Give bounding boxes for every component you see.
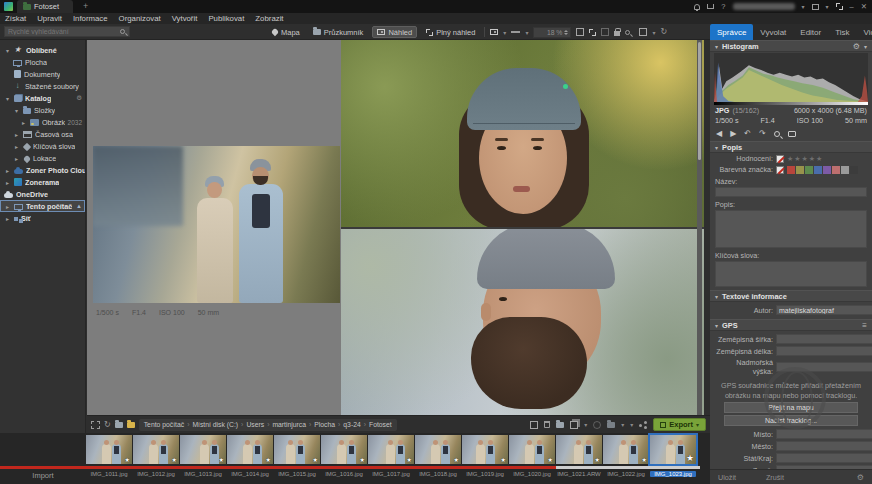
city-input[interactable] [776, 441, 872, 451]
export-dropdown-icon[interactable]: ▾ [696, 421, 699, 428]
notifications-icon[interactable] [694, 4, 700, 10]
import-button[interactable]: Import [0, 471, 86, 483]
full-preview-button[interactable]: Plný náhled [422, 26, 479, 38]
delete-icon[interactable] [544, 421, 550, 428]
document-tab-fotoset[interactable]: Fotoset [17, 0, 73, 13]
close-button[interactable]: ✕ [861, 0, 867, 13]
expander-icon[interactable]: ▸ [13, 143, 20, 150]
folder-up-icon[interactable] [115, 422, 123, 428]
menu-organizovat[interactable]: Organizovat [119, 14, 161, 23]
expander-icon[interactable]: ▾ [13, 107, 20, 114]
filename[interactable]: IMG_1015.jpg [274, 471, 320, 477]
crumb-disk-c[interactable]: Místní disk (C:) [192, 421, 238, 428]
sidebar-item-tento-pocitac[interactable]: ▸ Tento počítač ▲ [0, 200, 85, 212]
thumbnail-img-1015[interactable]: ★ [274, 435, 320, 464]
search-icon[interactable] [120, 29, 125, 34]
crumb-user[interactable]: martinjurca [272, 421, 306, 428]
crop-preview-icon[interactable] [639, 28, 647, 36]
filename[interactable]: IMG_1020.jpg [509, 471, 555, 477]
sidebar-item-onedrive[interactable]: OneDrive [0, 188, 85, 200]
move-to-folder-icon[interactable] [556, 422, 564, 428]
filename[interactable]: IMG_1011.jpg [86, 471, 132, 477]
thumbnail-img-1014[interactable]: ★ [227, 435, 273, 464]
histogram-header[interactable]: ▾ Histogram ⚙ ▾ [710, 40, 872, 52]
menu-upravit[interactable]: Upravit [37, 14, 62, 23]
rating-stars[interactable]: ★★★★★ [787, 155, 823, 163]
cancel-button[interactable]: Zrušit [766, 473, 784, 482]
preview-photo-man[interactable] [341, 229, 704, 415]
minimize-button[interactable]: – [850, 0, 854, 13]
eject-icon[interactable]: ▲ [76, 203, 82, 209]
menu-informace[interactable]: Informace [73, 14, 108, 23]
crumb-fotoset[interactable]: Fotoset [369, 421, 392, 428]
one-to-one-icon[interactable] [576, 28, 584, 36]
thumb-size-dropdown-icon[interactable]: ▾ [525, 29, 528, 36]
save-button[interactable]: Uložit [718, 473, 736, 482]
search-input[interactable] [5, 28, 120, 35]
menu-zobrazit[interactable]: Zobrazit [255, 14, 283, 23]
crop-dropdown-icon[interactable]: ▾ [652, 29, 655, 36]
refresh-icon[interactable]: ↻ [104, 421, 111, 429]
crumb-users[interactable]: Users [246, 421, 264, 428]
expander-icon[interactable]: ▸ [13, 131, 20, 138]
loupe-icon[interactable] [774, 131, 780, 137]
latitude-input[interactable] [776, 334, 872, 344]
grid-view-icon[interactable] [601, 28, 609, 36]
gps-menu-icon[interactable]: ≡ [862, 321, 867, 330]
catalog-gear-icon[interactable]: ⚙ [76, 94, 82, 102]
thumbnail-img-1018[interactable]: ★ [415, 435, 461, 464]
sidebar-item-casova-osa[interactable]: ▸ Časová osa [0, 128, 85, 140]
fit-to-window-icon[interactable] [589, 29, 596, 36]
cart-icon[interactable] [707, 4, 714, 9]
rotate-left-icon[interactable]: ↶ [744, 129, 751, 138]
description-textarea[interactable] [715, 210, 867, 248]
expander-icon[interactable]: ▸ [4, 179, 11, 186]
rating-clear-checkbox[interactable] [776, 155, 784, 163]
tab-tisk[interactable]: Tisk [828, 24, 856, 40]
preview-mode-icon[interactable] [490, 29, 498, 35]
expander-icon[interactable]: ▸ [4, 167, 11, 174]
filename[interactable]: IMG_1016.jpg [321, 471, 367, 477]
share-icon[interactable] [639, 421, 647, 429]
quick-search[interactable] [4, 26, 130, 37]
current-folder-icon[interactable] [127, 422, 135, 428]
filename[interactable]: IMG_1022.jpg [603, 471, 649, 477]
thumbnail-img-1022[interactable]: ★ [603, 435, 649, 464]
sidebar-item-sit[interactable]: ▸ Síť [0, 212, 85, 224]
filename-selected[interactable]: IMG_1023.jpg [650, 471, 696, 477]
expander-icon[interactable]: ▸ [4, 215, 11, 222]
filename[interactable]: IMG_1019.jpg [462, 471, 508, 477]
swatch-blue[interactable] [814, 166, 822, 174]
account-dropdown-icon[interactable]: ▾ [802, 3, 805, 10]
tab-spravce[interactable]: Správce [710, 24, 753, 40]
tab-editor[interactable]: Editor [793, 24, 828, 40]
menu-vytvorit[interactable]: Vytvořit [172, 14, 198, 23]
tab-video[interactable]: Video [857, 24, 872, 40]
sidebar-item-slozky[interactable]: ▾ Složky [0, 104, 85, 116]
sidebar-item-stazene[interactable]: ↓ Stažené soubory [0, 80, 85, 92]
account-name-redacted[interactable] [733, 3, 795, 10]
menu-ziskat[interactable]: Získat [5, 14, 26, 23]
swatch-gray[interactable] [841, 166, 849, 174]
swatch-yellow[interactable] [796, 166, 804, 174]
sidebar-item-zonerama[interactable]: ▸ Zonerama [0, 176, 85, 188]
expander-icon[interactable]: ▸ [4, 203, 11, 210]
swatch-red[interactable] [787, 166, 795, 174]
tab-vyvolat[interactable]: Vyvolat [753, 24, 793, 40]
layout-switch-icon[interactable] [812, 4, 819, 10]
preview-scrollbar[interactable] [697, 40, 702, 415]
histogram-gear-icon[interactable]: ⚙ [853, 42, 860, 51]
sidebar-item-obrazky[interactable]: ▸ Obrázky 2032 [0, 116, 85, 128]
longitude-input[interactable] [776, 346, 872, 356]
map-view-button[interactable]: Mapa [268, 26, 304, 38]
author-input[interactable] [776, 305, 872, 315]
text-info-header[interactable]: ▾ Textové informace [710, 290, 872, 302]
sidebar-item-plocha[interactable]: Plocha [0, 56, 85, 68]
comment-icon[interactable] [788, 131, 796, 137]
filename[interactable]: IMG_1018.jpg [415, 471, 461, 477]
filename[interactable]: IMG_1013.jpg [180, 471, 226, 477]
filename[interactable]: IMG_1014.jpg [227, 471, 273, 477]
color-clear-checkbox[interactable] [776, 166, 784, 174]
next-photo-icon[interactable]: ▶ [730, 129, 736, 138]
thumbnail-img-1021[interactable]: ★ [556, 435, 602, 464]
